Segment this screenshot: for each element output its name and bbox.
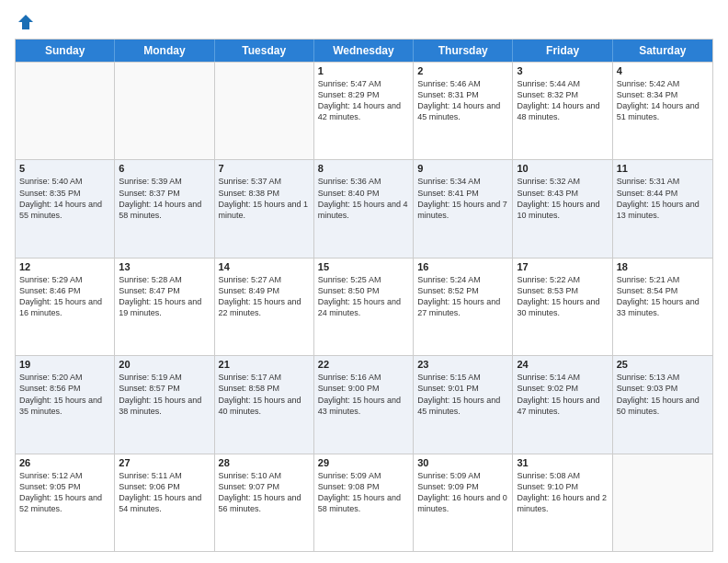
cell-info-16: Sunrise: 5:24 AM Sunset: 8:52 PM Dayligh…: [417, 274, 508, 319]
calendar-cell-15: 15Sunrise: 5:25 AM Sunset: 8:50 PM Dayli…: [314, 259, 414, 355]
cell-info-12: Sunrise: 5:29 AM Sunset: 8:46 PM Dayligh…: [19, 274, 110, 319]
cell-date-17: 17: [517, 261, 608, 272]
cell-info-27: Sunrise: 5:11 AM Sunset: 9:06 PM Dayligh…: [119, 470, 210, 515]
cell-info-1: Sunrise: 5:47 AM Sunset: 8:29 PM Dayligh…: [318, 78, 409, 123]
calendar-cell-12: 12Sunrise: 5:29 AM Sunset: 8:46 PM Dayli…: [16, 259, 115, 355]
cell-info-17: Sunrise: 5:22 AM Sunset: 8:53 PM Dayligh…: [517, 274, 608, 319]
calendar-cell-31: 31Sunrise: 5:08 AM Sunset: 9:10 PM Dayli…: [513, 454, 612, 551]
cell-info-25: Sunrise: 5:13 AM Sunset: 9:03 PM Dayligh…: [617, 372, 709, 417]
cell-date-4: 4: [617, 65, 709, 76]
calendar-cell-5: 5Sunrise: 5:40 AM Sunset: 8:35 PM Daylig…: [16, 160, 115, 257]
calendar-row-3: 12Sunrise: 5:29 AM Sunset: 8:46 PM Dayli…: [16, 258, 712, 355]
calendar-cell-empty: [215, 63, 314, 159]
calendar-cell-empty: [16, 63, 115, 159]
calendar-cell-17: 17Sunrise: 5:22 AM Sunset: 8:53 PM Dayli…: [513, 259, 612, 355]
cell-date-13: 13: [119, 261, 210, 272]
cell-date-14: 14: [219, 261, 310, 272]
calendar-cell-23: 23Sunrise: 5:15 AM Sunset: 9:01 PM Dayli…: [414, 356, 513, 453]
cell-date-19: 19: [19, 359, 110, 370]
calendar-cell-13: 13Sunrise: 5:28 AM Sunset: 8:47 PM Dayli…: [115, 259, 214, 355]
cell-date-2: 2: [417, 65, 508, 76]
calendar-cell-22: 22Sunrise: 5:16 AM Sunset: 9:00 PM Dayli…: [314, 356, 414, 453]
calendar: SundayMondayTuesdayWednesdayThursdayFrid…: [15, 39, 713, 552]
cell-info-8: Sunrise: 5:36 AM Sunset: 8:40 PM Dayligh…: [318, 176, 409, 221]
cell-info-24: Sunrise: 5:14 AM Sunset: 9:02 PM Dayligh…: [517, 372, 608, 417]
cell-info-7: Sunrise: 5:37 AM Sunset: 8:38 PM Dayligh…: [219, 176, 310, 221]
page: SundayMondayTuesdayWednesdayThursdayFrid…: [0, 0, 728, 563]
calendar-cell-3: 3Sunrise: 5:44 AM Sunset: 8:32 PM Daylig…: [513, 63, 612, 159]
calendar-cell-11: 11Sunrise: 5:31 AM Sunset: 8:44 PM Dayli…: [613, 160, 712, 257]
calendar-cell-empty: [115, 63, 214, 159]
calendar-cell-26: 26Sunrise: 5:12 AM Sunset: 9:05 PM Dayli…: [16, 454, 115, 551]
calendar-cell-19: 19Sunrise: 5:20 AM Sunset: 8:56 PM Dayli…: [16, 356, 115, 453]
calendar-cell-16: 16Sunrise: 5:24 AM Sunset: 8:52 PM Dayli…: [414, 259, 513, 355]
calendar-row-5: 26Sunrise: 5:12 AM Sunset: 9:05 PM Dayli…: [16, 454, 712, 551]
cell-date-24: 24: [517, 359, 608, 370]
cell-info-30: Sunrise: 5:09 AM Sunset: 9:09 PM Dayligh…: [417, 470, 508, 515]
cell-info-21: Sunrise: 5:17 AM Sunset: 8:58 PM Dayligh…: [219, 372, 310, 417]
cell-info-4: Sunrise: 5:42 AM Sunset: 8:34 PM Dayligh…: [617, 78, 709, 123]
header: [15, 11, 713, 31]
cell-info-28: Sunrise: 5:10 AM Sunset: 9:07 PM Dayligh…: [219, 470, 310, 515]
calendar-cell-27: 27Sunrise: 5:11 AM Sunset: 9:06 PM Dayli…: [115, 454, 214, 551]
calendar-cell-29: 29Sunrise: 5:09 AM Sunset: 9:08 PM Dayli…: [314, 454, 414, 551]
calendar-cell-7: 7Sunrise: 5:37 AM Sunset: 8:38 PM Daylig…: [215, 160, 314, 257]
cell-date-11: 11: [617, 163, 709, 174]
cell-info-22: Sunrise: 5:16 AM Sunset: 9:00 PM Dayligh…: [318, 372, 409, 417]
cell-info-3: Sunrise: 5:44 AM Sunset: 8:32 PM Dayligh…: [517, 78, 608, 123]
cell-info-9: Sunrise: 5:34 AM Sunset: 8:41 PM Dayligh…: [417, 176, 508, 221]
logo-icon: [17, 13, 35, 31]
calendar-cell-14: 14Sunrise: 5:27 AM Sunset: 8:49 PM Dayli…: [215, 259, 314, 355]
calendar-header-row: SundayMondayTuesdayWednesdayThursdayFrid…: [16, 40, 712, 62]
cell-date-3: 3: [517, 65, 608, 76]
cell-info-2: Sunrise: 5:46 AM Sunset: 8:31 PM Dayligh…: [417, 78, 508, 123]
cell-info-18: Sunrise: 5:21 AM Sunset: 8:54 PM Dayligh…: [617, 274, 709, 319]
day-header-thursday: Thursday: [414, 40, 513, 62]
cell-date-18: 18: [617, 261, 709, 272]
calendar-cell-empty: [613, 454, 712, 551]
cell-date-26: 26: [19, 457, 110, 468]
day-header-friday: Friday: [513, 40, 612, 62]
cell-info-13: Sunrise: 5:28 AM Sunset: 8:47 PM Dayligh…: [119, 274, 210, 319]
cell-date-8: 8: [318, 163, 409, 174]
calendar-cell-25: 25Sunrise: 5:13 AM Sunset: 9:03 PM Dayli…: [613, 356, 712, 453]
calendar-cell-10: 10Sunrise: 5:32 AM Sunset: 8:43 PM Dayli…: [513, 160, 612, 257]
calendar-cell-8: 8Sunrise: 5:36 AM Sunset: 8:40 PM Daylig…: [314, 160, 414, 257]
logo: [15, 11, 35, 31]
cell-info-11: Sunrise: 5:31 AM Sunset: 8:44 PM Dayligh…: [617, 176, 709, 221]
cell-date-28: 28: [219, 457, 310, 468]
cell-date-15: 15: [318, 261, 409, 272]
calendar-cell-30: 30Sunrise: 5:09 AM Sunset: 9:09 PM Dayli…: [414, 454, 513, 551]
day-header-tuesday: Tuesday: [215, 40, 314, 62]
cell-date-1: 1: [318, 65, 409, 76]
cell-info-19: Sunrise: 5:20 AM Sunset: 8:56 PM Dayligh…: [19, 372, 110, 417]
calendar-cell-18: 18Sunrise: 5:21 AM Sunset: 8:54 PM Dayli…: [613, 259, 712, 355]
cell-info-29: Sunrise: 5:09 AM Sunset: 9:08 PM Dayligh…: [318, 470, 409, 515]
cell-info-23: Sunrise: 5:15 AM Sunset: 9:01 PM Dayligh…: [417, 372, 508, 417]
cell-date-23: 23: [417, 359, 508, 370]
cell-date-30: 30: [417, 457, 508, 468]
cell-date-5: 5: [19, 163, 110, 174]
cell-info-31: Sunrise: 5:08 AM Sunset: 9:10 PM Dayligh…: [517, 470, 608, 515]
cell-date-20: 20: [119, 359, 210, 370]
cell-info-14: Sunrise: 5:27 AM Sunset: 8:49 PM Dayligh…: [219, 274, 310, 319]
calendar-cell-6: 6Sunrise: 5:39 AM Sunset: 8:37 PM Daylig…: [115, 160, 214, 257]
cell-date-7: 7: [219, 163, 310, 174]
cell-date-6: 6: [119, 163, 210, 174]
day-header-wednesday: Wednesday: [314, 40, 414, 62]
calendar-cell-21: 21Sunrise: 5:17 AM Sunset: 8:58 PM Dayli…: [215, 356, 314, 453]
calendar-cell-4: 4Sunrise: 5:42 AM Sunset: 8:34 PM Daylig…: [613, 63, 712, 159]
cell-date-10: 10: [517, 163, 608, 174]
cell-info-10: Sunrise: 5:32 AM Sunset: 8:43 PM Dayligh…: [517, 176, 608, 221]
cell-info-15: Sunrise: 5:25 AM Sunset: 8:50 PM Dayligh…: [318, 274, 409, 319]
day-header-sunday: Sunday: [16, 40, 115, 62]
cell-date-25: 25: [617, 359, 709, 370]
day-header-monday: Monday: [115, 40, 214, 62]
calendar-cell-24: 24Sunrise: 5:14 AM Sunset: 9:02 PM Dayli…: [513, 356, 612, 453]
cell-date-9: 9: [417, 163, 508, 174]
cell-info-20: Sunrise: 5:19 AM Sunset: 8:57 PM Dayligh…: [119, 372, 210, 417]
calendar-body: 1Sunrise: 5:47 AM Sunset: 8:29 PM Daylig…: [16, 62, 712, 551]
calendar-cell-20: 20Sunrise: 5:19 AM Sunset: 8:57 PM Dayli…: [115, 356, 214, 453]
calendar-cell-9: 9Sunrise: 5:34 AM Sunset: 8:41 PM Daylig…: [414, 160, 513, 257]
calendar-cell-1: 1Sunrise: 5:47 AM Sunset: 8:29 PM Daylig…: [314, 63, 414, 159]
